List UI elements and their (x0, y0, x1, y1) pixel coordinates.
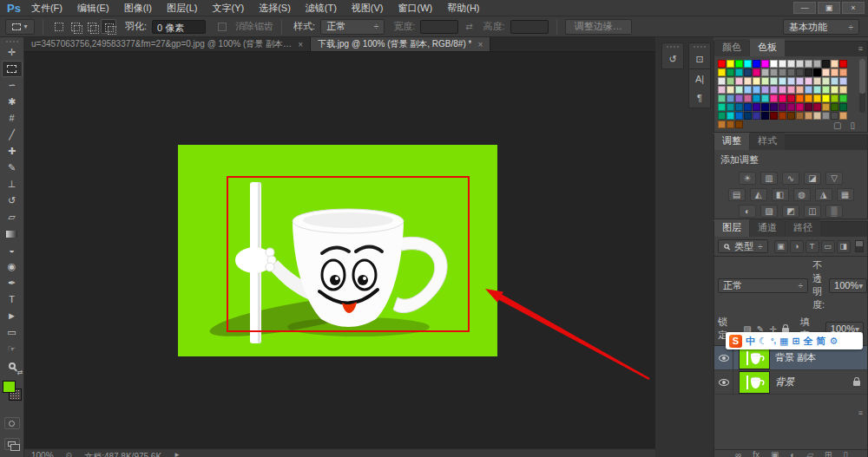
color-swatch[interactable] (753, 95, 760, 102)
menu-item[interactable]: 滤镜(T) (306, 2, 337, 15)
color-swatch[interactable] (779, 77, 786, 85)
filter-adjustment-layers-icon[interactable]: ◑ (790, 240, 804, 253)
panel-tab[interactable]: 通道 (750, 219, 785, 237)
color-swatch[interactable] (813, 112, 821, 120)
color-swatch[interactable] (805, 69, 812, 76)
visibility-toggle[interactable] (714, 346, 733, 369)
chinese-mode-icon[interactable]: 中 (746, 335, 755, 348)
levels-icon[interactable]: ▥ (760, 172, 778, 185)
tab-close-icon[interactable]: × (298, 40, 303, 49)
opacity-select[interactable]: 100% ▾ (829, 278, 867, 293)
invert-icon[interactable]: ◐ (739, 205, 756, 218)
color-swatch[interactable] (718, 69, 726, 76)
brightness-contrast-icon[interactable]: ☀ (739, 172, 756, 185)
color-swatch[interactable] (770, 69, 778, 76)
color-swatch[interactable] (839, 60, 847, 68)
color-swatch[interactable] (718, 77, 726, 85)
color-swatch[interactable] (770, 77, 778, 85)
character-panel-icon[interactable]: A| (689, 69, 710, 88)
restore-button[interactable]: ▣ (818, 2, 840, 14)
panel-tab[interactable]: 调整 (714, 133, 749, 150)
color-swatch[interactable] (744, 95, 752, 102)
eyedropper-tool[interactable]: ╱ (2, 127, 23, 143)
settings-wrench-icon[interactable]: ⚙ (830, 336, 838, 347)
menu-item[interactable]: 选择(S) (259, 2, 291, 15)
color-swatch[interactable] (813, 60, 821, 68)
color-swatch[interactable] (735, 121, 743, 128)
color-swatch[interactable] (813, 69, 821, 76)
color-swatch[interactable] (787, 60, 795, 68)
color-swatch[interactable] (813, 95, 821, 102)
posterize-icon[interactable]: ▨ (760, 205, 778, 218)
color-swatch[interactable] (753, 69, 760, 76)
swatches-scrollbar[interactable] (859, 59, 865, 113)
add-mask-icon[interactable]: ▣ (771, 450, 779, 457)
color-swatch[interactable] (779, 69, 786, 76)
hand-tool[interactable]: ☞ (2, 341, 23, 357)
color-swatch[interactable] (813, 86, 821, 94)
color-swatch[interactable] (805, 86, 812, 94)
rectangular-marquee-tool[interactable] (2, 61, 23, 77)
color-swatch[interactable] (761, 103, 769, 111)
color-swatch[interactable] (839, 69, 847, 76)
color-swatch[interactable] (822, 77, 830, 85)
healing-brush-tool[interactable]: ✚ (2, 143, 23, 160)
color-swatch[interactable] (770, 103, 778, 111)
menu-item[interactable]: 图像(I) (124, 2, 152, 15)
color-swatch[interactable] (770, 112, 778, 120)
color-swatch[interactable] (718, 95, 726, 102)
color-swatch[interactable] (839, 77, 847, 85)
color-swatch[interactable] (839, 95, 847, 102)
panel-tab[interactable]: 图层 (714, 219, 749, 237)
panel-grip[interactable] (6, 41, 18, 42)
menu-item[interactable]: 视图(V) (352, 2, 384, 15)
layer-row[interactable]: 背景 (714, 370, 867, 395)
move-tool[interactable]: ✛ (2, 44, 23, 61)
document-tab[interactable]: 下载.jpg @ 100% (背景 副本, RGB/8#) * × (311, 37, 490, 51)
layer-thumbnail[interactable] (740, 348, 769, 369)
color-swatch[interactable] (787, 103, 795, 111)
magic-wand-tool[interactable]: ✱ (2, 94, 23, 110)
color-swatch[interactable] (813, 77, 821, 85)
paragraph-panel-icon[interactable]: ¶ (689, 88, 710, 108)
screen-mode-button[interactable] (4, 438, 20, 450)
link-layers-icon[interactable]: ∞ (735, 450, 741, 457)
color-swatch[interactable] (727, 112, 734, 120)
color-swatch[interactable] (822, 95, 830, 102)
color-swatch[interactable] (787, 77, 795, 85)
color-swatch[interactable] (753, 112, 760, 120)
color-swatch[interactable] (796, 69, 804, 76)
layer-thumbnail[interactable] (740, 372, 769, 393)
color-swatch[interactable] (744, 77, 752, 85)
exposure-icon[interactable]: ◪ (804, 172, 821, 185)
new-layer-icon[interactable]: ⊞ (825, 450, 832, 457)
color-swatch[interactable] (761, 60, 769, 68)
color-lookup-icon[interactable]: ▦ (837, 188, 854, 201)
color-swatch[interactable] (831, 95, 838, 102)
color-swatch[interactable] (779, 60, 786, 68)
color-swatch[interactable] (822, 112, 830, 120)
gradient-tool[interactable] (2, 225, 23, 242)
close-button[interactable]: × (842, 2, 865, 14)
filter-pixel-layers-icon[interactable]: ▣ (774, 240, 788, 253)
type-tool[interactable]: T (2, 291, 23, 308)
lasso-tool[interactable]: ∽ (2, 77, 23, 94)
color-swatch[interactable] (831, 112, 838, 120)
crop-tool[interactable]: # (2, 110, 23, 127)
selective-color-icon[interactable]: ◫ (804, 205, 821, 218)
color-swatch[interactable] (822, 86, 830, 94)
color-swatch[interactable] (831, 103, 838, 111)
color-swatch[interactable] (761, 86, 769, 94)
photo-filter-icon[interactable]: ◍ (793, 188, 811, 201)
half-full-moon-icon[interactable]: ☾ (759, 336, 767, 347)
color-swatch[interactable] (735, 103, 743, 111)
swap-dimensions-icon[interactable]: ⇄ (465, 22, 472, 31)
menu-item[interactable]: 图层(L) (167, 2, 197, 15)
color-swatch[interactable] (779, 86, 786, 94)
color-swatch[interactable] (718, 121, 726, 128)
color-swatch[interactable] (822, 60, 830, 68)
color-swatch[interactable] (735, 60, 743, 68)
menu-item[interactable]: 帮助(H) (447, 2, 479, 15)
color-swatch[interactable] (753, 60, 760, 68)
new-adjustment-layer-icon[interactable]: ◐ (790, 450, 795, 457)
